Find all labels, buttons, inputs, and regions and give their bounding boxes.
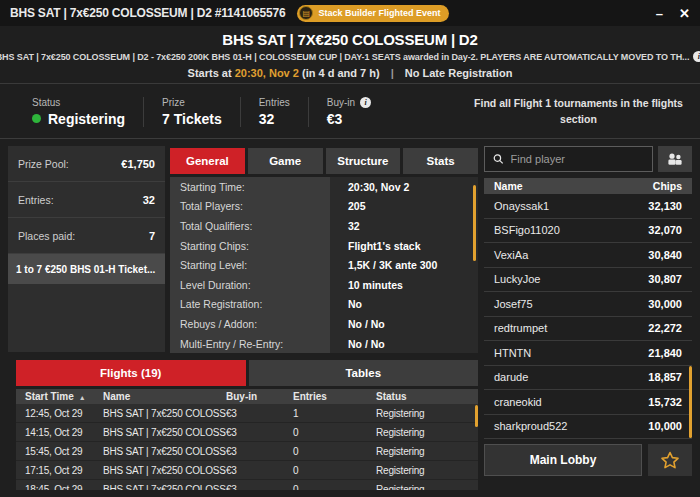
tab-game[interactable]: Game xyxy=(248,148,323,174)
player-row[interactable]: Josef7530,000 xyxy=(484,292,692,317)
player-row[interactable]: Onayssak132,130 xyxy=(484,194,692,219)
info-label: Rebuys / Addon: xyxy=(170,314,330,334)
player-chips: 32,070 xyxy=(648,224,682,236)
col-buyin[interactable]: Buy-in xyxy=(226,391,293,402)
col-status[interactable]: Status xyxy=(376,391,478,402)
general-info-panel: Starting Time:20:30, Nov 2 Total Players… xyxy=(170,177,478,353)
col-start-time[interactable]: Start Time▲ xyxy=(16,391,103,402)
tab-tables[interactable]: Tables xyxy=(249,360,479,386)
flight-row[interactable]: 17:15, Oct 29BHS SAT | 7x€250 COLOSSEU..… xyxy=(16,461,478,480)
players-col-name[interactable]: Name xyxy=(494,180,523,192)
minimize-icon[interactable]: – xyxy=(656,7,663,20)
entries-label: Entries: xyxy=(18,194,54,206)
player-name: BSFigo11020 xyxy=(494,224,560,236)
places-paid-value: 7 xyxy=(149,230,155,242)
main-lobby-button[interactable]: Main Lobby xyxy=(484,444,642,476)
flight-status: Registering xyxy=(376,446,478,457)
tab-stats[interactable]: Stats xyxy=(403,148,478,174)
player-row[interactable]: BSFigo1102032,070 xyxy=(484,219,692,244)
stack-builder-badge-label: Stack Builder Flighted Event xyxy=(318,8,440,18)
flight-start: 15:45, Oct 29 xyxy=(16,446,103,457)
player-row[interactable]: redtrumpet22,272 xyxy=(484,317,692,342)
tournament-lobby-window: BHS SAT | 7x€250 COLOSSEUM | D2 #1141065… xyxy=(0,0,700,497)
prize-pool-label: Prize Pool: xyxy=(18,158,69,170)
info-value: 20:30, Nov 2 xyxy=(330,177,409,197)
favorite-button[interactable] xyxy=(648,444,692,476)
late-registration-text: No Late Registration xyxy=(405,67,513,79)
close-icon[interactable]: ✕ xyxy=(679,7,690,20)
stat-entries: Entries 32 xyxy=(240,97,308,127)
col-name[interactable]: Name xyxy=(103,391,226,402)
info-label: Starting Time: xyxy=(170,177,330,197)
players-panel: Name Chips Onayssak132,130 BSFigo1102032… xyxy=(484,146,692,489)
title-bar: BHS SAT | 7x€250 COLOSSEUM | D2 #1141065… xyxy=(0,0,700,26)
player-name: darude xyxy=(494,371,528,383)
places-paid-label: Places paid: xyxy=(18,230,75,242)
info-value: 205 xyxy=(330,197,366,217)
col-entries[interactable]: Entries xyxy=(293,391,376,402)
flight-start: 17:15, Oct 29 xyxy=(16,465,103,476)
stat-status: Status Registering xyxy=(14,97,143,127)
players-scrollbar[interactable] xyxy=(689,366,692,438)
info-value: 1,5K / 3K ante 300 xyxy=(330,255,437,275)
stat-buyin: Buy-in i €3 xyxy=(308,97,389,127)
status-dot-icon xyxy=(32,114,41,123)
search-icon xyxy=(493,153,504,165)
starts-separator: | xyxy=(391,67,394,79)
flights-note: Find all Flight 1 tournaments in the fli… xyxy=(471,96,686,128)
friends-filter-button[interactable] xyxy=(658,146,692,172)
player-row[interactable]: LuckyJoe30,807 xyxy=(484,268,692,293)
players-list-header: Name Chips xyxy=(484,178,692,194)
stat-status-value: Registering xyxy=(48,111,125,127)
player-name: Josef75 xyxy=(494,298,533,310)
flight-name: BHS SAT | 7x€250 COLOSSEU... xyxy=(103,427,226,438)
starts-prefix: Starts at xyxy=(188,67,232,79)
tab-general[interactable]: General xyxy=(170,148,245,174)
stack-builder-icon: ▤ xyxy=(299,6,313,20)
player-name: craneokid xyxy=(494,396,542,408)
flight-row[interactable]: 18:45, Oct 29BHS SAT | 7x€250 COLOSSEU..… xyxy=(16,480,478,490)
tab-structure[interactable]: Structure xyxy=(326,148,401,174)
flight-name: BHS SAT | 7x€250 COLOSSEU... xyxy=(103,408,226,419)
info-value: No / No xyxy=(330,334,385,353)
flights-table-header: Start Time▲ Name Buy-in Entries Status xyxy=(16,389,478,404)
flight-row[interactable]: 12:45, Oct 29BHS SAT | 7x€250 COLOSSEU..… xyxy=(16,404,478,423)
payout-range-row[interactable]: 1 to 7 €250 BHS 01-H Ticket... xyxy=(8,254,165,284)
tab-flights[interactable]: Flights (19) xyxy=(16,360,246,386)
flight-start: 12:45, Oct 29 xyxy=(16,408,103,419)
player-search-box[interactable] xyxy=(484,146,653,172)
player-name: LuckyJoe xyxy=(494,273,540,285)
entries-value: 32 xyxy=(143,194,155,206)
player-name: sharkproud522 xyxy=(494,420,567,432)
flight-entries: 0 xyxy=(293,465,376,476)
player-row[interactable]: craneokid15,732 xyxy=(484,390,692,415)
info-row: Starting Time:20:30, Nov 2 xyxy=(170,177,478,197)
info-scrollbar[interactable] xyxy=(473,185,476,261)
flights-table: Start Time▲ Name Buy-in Entries Status 1… xyxy=(16,389,478,490)
flight-row[interactable]: 14:15, Oct 29BHS SAT | 7x€250 COLOSSEU..… xyxy=(16,423,478,442)
player-chips: 32,130 xyxy=(648,200,682,212)
flight-status: Registering xyxy=(376,427,478,438)
info-row: Total Players:205 xyxy=(170,197,478,217)
player-row[interactable]: VexiAa30,840 xyxy=(484,243,692,268)
info-row: Multi-Entry / Re-Entry:No / No xyxy=(170,334,478,353)
info-value: 10 minutes xyxy=(330,275,403,295)
players-col-chips[interactable]: Chips xyxy=(653,180,682,192)
info-value: Flight1's stack xyxy=(330,236,421,256)
info-row: Starting Chips:Flight1's stack xyxy=(170,236,478,256)
info-label: Late Registration: xyxy=(170,295,330,315)
info-label: Level Duration: xyxy=(170,275,330,295)
stat-prize-label: Prize xyxy=(162,97,222,108)
player-row[interactable]: darude18,857 xyxy=(484,366,692,391)
flight-entries: 0 xyxy=(293,446,376,457)
player-chips: 21,840 xyxy=(648,347,682,359)
buyin-info-icon[interactable]: i xyxy=(360,97,371,108)
player-row[interactable]: sharkproud52210,000 xyxy=(484,415,692,440)
flights-scrollbar[interactable] xyxy=(475,405,478,427)
sort-asc-icon: ▲ xyxy=(79,394,86,401)
flight-row[interactable]: 15:45, Oct 29BHS SAT | 7x€250 COLOSSEU..… xyxy=(16,442,478,461)
flight-start: 18:45, Oct 29 xyxy=(16,484,103,491)
info-icon[interactable]: i xyxy=(693,51,700,62)
player-row[interactable]: HTNTN21,840 xyxy=(484,341,692,366)
player-search-input[interactable] xyxy=(511,153,644,165)
